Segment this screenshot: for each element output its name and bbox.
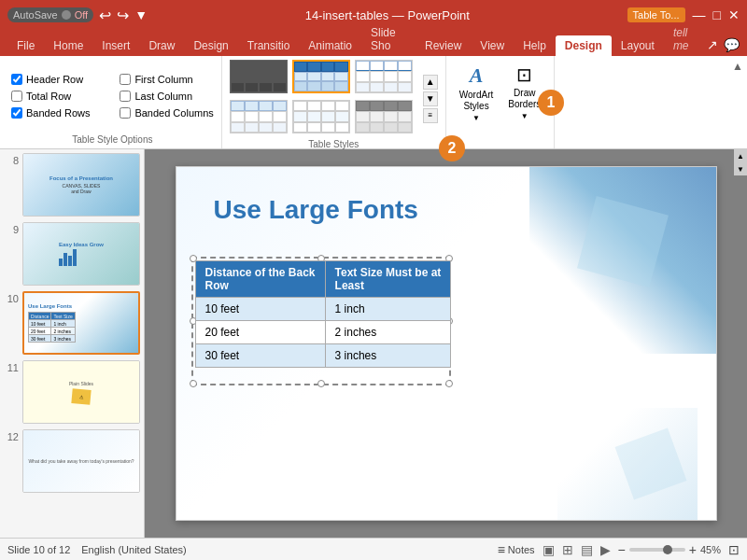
table-header-col1: Distance of the BackRow xyxy=(195,261,325,298)
slide-table-container: Distance of the BackRow Text Size Must b… xyxy=(195,260,452,368)
slide-info: Slide 10 of 12 xyxy=(7,544,70,555)
table-row-3: 30 feet 3 inches xyxy=(195,344,451,368)
slide-img-11[interactable]: Plain Slides ⚠ xyxy=(22,360,140,424)
table-styles-content: ▲ ▼ ≡ xyxy=(230,60,438,137)
tab-table-layout[interactable]: Layout xyxy=(612,35,664,56)
header-row-checkbox-row: Header Row xyxy=(11,74,105,85)
main-area: 8 Focus of a Presentation CANVAS, SLIDES… xyxy=(0,149,747,538)
tab-view[interactable]: View xyxy=(471,35,514,56)
tab-help[interactable]: Help xyxy=(514,35,556,56)
table-style-light4[interactable] xyxy=(355,100,413,133)
zoom-in-btn[interactable]: + xyxy=(689,542,697,557)
step-badge-1: 1 xyxy=(538,90,564,116)
language-info: English (United States) xyxy=(81,544,187,555)
fit-slide-btn[interactable]: ⊡ xyxy=(728,542,740,557)
tab-home[interactable]: Home xyxy=(44,35,92,56)
scroll-up-btn[interactable]: ▲ xyxy=(734,149,747,162)
zoom-level: 45% xyxy=(700,544,721,555)
undo-icon[interactable]: ↩ xyxy=(99,7,111,24)
table-style-dark[interactable] xyxy=(230,60,288,93)
first-column-checkbox[interactable] xyxy=(120,74,131,85)
table-style-light3[interactable] xyxy=(292,100,350,133)
table-style-light1[interactable] xyxy=(355,60,413,93)
draw-borders-dropdown-icon[interactable]: ▼ xyxy=(521,112,529,120)
first-column-checkbox-row: First Column xyxy=(120,74,213,85)
wordart-icon: A xyxy=(470,63,484,88)
maximize-btn[interactable]: □ xyxy=(713,7,721,22)
slide-thumb-8[interactable]: 8 Focus of a Presentation CANVAS, SLIDES… xyxy=(4,153,140,217)
autosave-toggle[interactable]: AutoSave Off xyxy=(7,7,93,22)
wordart-dropdown-icon[interactable]: ▼ xyxy=(472,114,480,122)
wordart-styles-btn[interactable]: A WordArtStyles ▼ xyxy=(454,60,500,145)
slide-thumb-9[interactable]: 9 Easy Ideas Grow xyxy=(4,222,140,286)
total-row-checkbox[interactable] xyxy=(11,91,22,102)
view-slideshow-icon[interactable]: ▶ xyxy=(600,542,611,557)
autosave-dot xyxy=(62,10,71,20)
redo-icon[interactable]: ↪ xyxy=(117,7,129,24)
zoom-bar: − + 45% xyxy=(618,542,721,557)
first-column-label: First Column xyxy=(134,74,192,85)
styles-scroll: ▲ ▼ ≡ xyxy=(423,75,438,123)
share-icon[interactable]: ↗ xyxy=(707,37,718,52)
tab-review[interactable]: Review xyxy=(416,35,471,56)
notes-btn[interactable]: ≡ Notes xyxy=(498,542,535,557)
collapse-ribbon-btn[interactable]: ▲ xyxy=(732,60,743,73)
table-row-1: 10 feet 1 inch xyxy=(195,298,451,321)
notes-icon: ≡ xyxy=(498,542,505,557)
minimize-btn[interactable]: — xyxy=(693,7,706,22)
zoom-slider[interactable] xyxy=(629,548,685,552)
title-bar-left: AutoSave Off ↩ ↪ ▼ xyxy=(7,7,148,24)
checkbox-list: Header Row First Column Total Row Last C… xyxy=(11,60,214,133)
tab-draw[interactable]: Draw xyxy=(139,35,184,56)
table-cell-2-2: 2 inches xyxy=(325,321,451,344)
banded-rows-checkbox[interactable] xyxy=(11,107,22,119)
ribbon-btn-row: A WordArtStyles ▼ ⊡ DrawBorders ▼ xyxy=(454,60,547,145)
tab-insert[interactable]: Insert xyxy=(92,35,139,56)
table-style-options-group: Header Row First Column Total Row Last C… xyxy=(4,56,222,148)
slide-num-9: 9 xyxy=(4,222,19,235)
slide-thumb-10[interactable]: 10 Use Large Fonts DistanceText Size 10 … xyxy=(4,291,140,355)
draw-borders-label: DrawBorders xyxy=(508,88,541,110)
table-header-row: Distance of the BackRow Text Size Must b… xyxy=(195,261,451,298)
last-column-checkbox[interactable] xyxy=(120,91,131,102)
view-reading-icon[interactable]: ▤ xyxy=(581,542,593,557)
slide-img-10[interactable]: Use Large Fonts DistanceText Size 10 fee… xyxy=(22,291,140,355)
tab-slideshow[interactable]: Slide Sho xyxy=(361,22,416,56)
table-style-medium-selected[interactable] xyxy=(292,60,350,93)
close-btn[interactable]: ✕ xyxy=(728,7,740,22)
slide-img-12[interactable]: What did you take away from today's pres… xyxy=(22,429,140,493)
comments-icon[interactable]: 💬 xyxy=(724,37,740,52)
styles-scroll-more[interactable]: ≡ xyxy=(423,108,438,123)
zoom-out-btn[interactable]: − xyxy=(618,542,626,557)
tab-tell-me[interactable]: tell me xyxy=(664,22,707,56)
slide-img-9[interactable]: Easy Ideas Grow xyxy=(22,222,140,286)
view-slide-sorter-icon[interactable]: ⊞ xyxy=(562,542,573,557)
autosave-state: Off xyxy=(75,9,88,21)
canvas-scrollbar-right: ▲ ▼ xyxy=(734,149,747,538)
table-cell-1-1: 10 feet xyxy=(195,298,325,321)
tab-file[interactable]: File xyxy=(7,35,44,56)
header-row-checkbox[interactable] xyxy=(11,74,22,85)
table-row-2: 20 feet 2 inches xyxy=(195,321,451,344)
tab-transitions[interactable]: Transitio xyxy=(238,35,300,56)
slide-thumb-11[interactable]: 11 Plain Slides ⚠ xyxy=(4,360,140,424)
slide-table: Distance of the BackRow Text Size Must b… xyxy=(195,260,452,368)
table-styles-group: ▲ ▼ ≡ Table Styles xyxy=(222,56,446,148)
scroll-down-btn[interactable]: ▼ xyxy=(734,162,747,175)
tab-table-design[interactable]: Design xyxy=(556,35,612,56)
tab-design[interactable]: Design xyxy=(184,35,237,56)
slide-img-8[interactable]: Focus of a Presentation CANVAS, SLIDESan… xyxy=(22,153,140,217)
slide-canvas: Use Large Fonts Distance of the BackRow … xyxy=(176,166,717,521)
table-style-light2[interactable] xyxy=(230,100,288,133)
banded-columns-checkbox[interactable] xyxy=(120,107,131,119)
customize-icon[interactable]: ▼ xyxy=(134,7,148,22)
styles-scroll-down[interactable]: ▼ xyxy=(423,91,438,106)
table-styles-label: Table Styles xyxy=(230,137,438,149)
tab-animations[interactable]: Animatio xyxy=(299,35,361,56)
view-normal-icon[interactable]: ▣ xyxy=(543,542,555,557)
ribbon: 1 2 Header Row First Column Total Row xyxy=(0,56,747,149)
header-row-label: Header Row xyxy=(26,74,83,85)
slide-thumb-12[interactable]: 12 What did you take away from today's p… xyxy=(4,429,140,493)
styles-scroll-up[interactable]: ▲ xyxy=(423,75,438,90)
table-style-options-label: Table Style Options xyxy=(11,133,214,145)
